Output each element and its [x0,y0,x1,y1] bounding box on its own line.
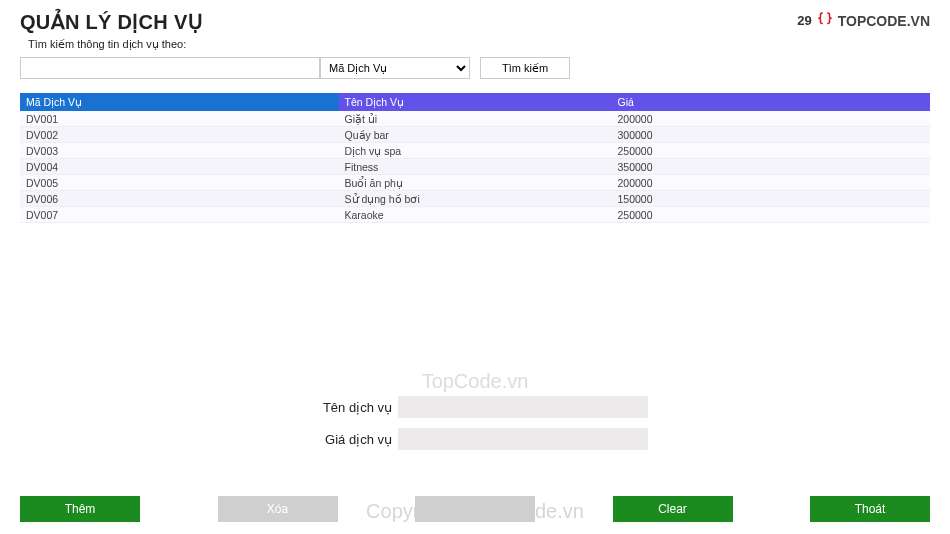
cell-price: 250000 [612,207,931,223]
cell-name: Dịch vụ spa [339,143,612,159]
brand-logo: 29 TOPCODE.VN [797,10,930,31]
cell-price: 200000 [612,175,931,191]
cell-name: Buổi ăn phụ [339,175,612,191]
cell-name: Karaoke [339,207,612,223]
exit-button[interactable]: Thoát [810,496,930,522]
cell-id: DV001 [20,111,339,127]
cell-name: Sử dụng hồ bơi [339,191,612,207]
clear-button[interactable]: Clear [613,496,733,522]
table-row[interactable]: DV005Buổi ăn phụ200000 [20,175,930,191]
cell-id: DV002 [20,127,339,143]
table-row[interactable]: DV002Quầy bar300000 [20,127,930,143]
table-row[interactable]: DV006Sử dụng hồ bơi150000 [20,191,930,207]
table-row[interactable]: DV007Karaoke250000 [20,207,930,223]
cell-id: DV007 [20,207,339,223]
search-label: Tìm kiếm thông tin dịch vụ theo: [0,38,950,57]
brand-left: 29 [797,13,811,28]
code-braces-icon [816,10,834,31]
col-header-price[interactable]: Giá [612,93,931,111]
cell-name: Quầy bar [339,127,612,143]
search-criteria-select[interactable]: Mã Dịch Vụ [320,57,470,79]
service-price-label: Giá dịch vụ [302,432,392,447]
cell-name: Giặt ủi [339,111,612,127]
cell-id: DV004 [20,159,339,175]
table-row[interactable]: DV001Giặt ủi200000 [20,111,930,127]
cell-id: DV006 [20,191,339,207]
cell-name: Fitness [339,159,612,175]
service-name-input[interactable] [398,396,648,418]
col-header-name[interactable]: Tên Dịch Vụ [339,93,612,111]
cell-price: 300000 [612,127,931,143]
cell-id: DV003 [20,143,339,159]
cell-price: 250000 [612,143,931,159]
search-input[interactable] [20,57,320,79]
add-button[interactable]: Thêm [20,496,140,522]
delete-button: Xóa [218,496,338,522]
brand-text: TOPCODE.VN [838,13,930,29]
cell-price: 350000 [612,159,931,175]
table-row[interactable]: DV004Fitness350000 [20,159,930,175]
page-title: QUẢN LÝ DỊCH VỤ [20,10,203,34]
service-price-input[interactable] [398,428,648,450]
extra-button [415,496,535,522]
service-name-label: Tên dịch vụ [302,400,392,415]
search-button[interactable]: Tìm kiếm [480,57,570,79]
col-header-id[interactable]: Mã Dịch Vụ [20,93,339,111]
watermark-brand: TopCode.vn [0,370,950,393]
services-table: Mã Dịch Vụ Tên Dịch Vụ Giá DV001Giặt ủi2… [20,93,930,223]
cell-price: 150000 [612,191,931,207]
cell-price: 200000 [612,111,931,127]
table-row[interactable]: DV003Dịch vụ spa250000 [20,143,930,159]
cell-id: DV005 [20,175,339,191]
